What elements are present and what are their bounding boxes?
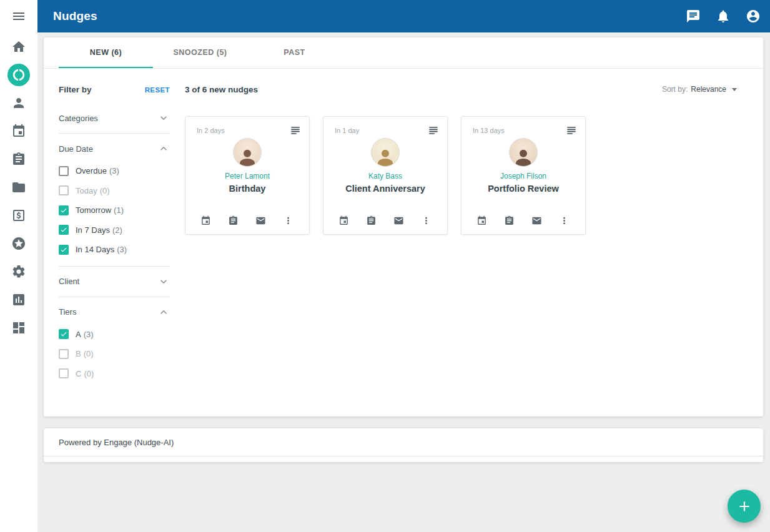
client-link[interactable]: Katy Bass (331, 172, 440, 180)
filter-option-tomorrow[interactable]: Tomorrow (1) (59, 200, 170, 220)
more-icon[interactable] (559, 215, 570, 226)
due-date-options: Overdue (3) Today (0) Tomorrow (1) (59, 161, 170, 260)
note-icon[interactable] (504, 215, 515, 226)
documents-icon[interactable] (11, 180, 26, 195)
results-summary: 3 of 6 new nudges (185, 85, 258, 94)
option-count: (3) (109, 166, 119, 175)
dashboard-icon[interactable] (11, 320, 26, 335)
nudge-cards: In 2 days Peter Lamont Birthday (185, 116, 737, 235)
checkbox-checked (59, 329, 69, 339)
more-icon[interactable] (421, 215, 432, 226)
filter-section-due-date[interactable]: Due Date (59, 139, 170, 159)
avatar (233, 138, 262, 167)
filter-option-today[interactable]: Today (0) (59, 181, 170, 201)
email-icon[interactable] (255, 215, 267, 226)
card-header: In 13 days (469, 124, 578, 137)
filter-option-overdue[interactable]: Overdue (3) (59, 161, 170, 181)
card-actions (469, 215, 578, 234)
panel-body: Filter by RESET Categories Due Date Over… (44, 69, 763, 416)
filter-option-in-14-days[interactable]: In 14 Days (3) (59, 240, 170, 260)
tab-bar: NEW (6) SNOOZED (5) PAST (44, 37, 763, 69)
results-area: 3 of 6 new nudges Sort by: Relevance In … (185, 69, 763, 416)
calendar-icon[interactable] (476, 215, 488, 226)
calendar-icon[interactable] (11, 124, 26, 139)
divider (44, 456, 763, 456)
settings-icon[interactable] (11, 264, 26, 279)
filter-section-categories[interactable]: Categories (59, 108, 170, 128)
reset-button[interactable]: RESET (145, 86, 170, 94)
nudge-card: In 1 day Katy Bass Client Anniversary (323, 116, 448, 235)
client-link[interactable]: Peter Lamont (193, 172, 302, 180)
option-count: (0) (84, 349, 94, 358)
results-header: 3 of 6 new nudges Sort by: Relevance (185, 85, 737, 94)
note-icon[interactable] (366, 215, 377, 226)
tasks-icon[interactable] (11, 152, 26, 167)
email-icon[interactable] (531, 215, 543, 226)
menu-icon[interactable] (11, 9, 26, 24)
avatar (509, 138, 538, 167)
clients-icon[interactable] (11, 96, 26, 111)
filter-option-in-7-days[interactable]: In 7 Days (2) (59, 220, 170, 240)
calendar-icon[interactable] (200, 215, 212, 226)
checkbox-checked (59, 205, 69, 215)
filter-section-label: Categories (59, 114, 98, 123)
divider (59, 266, 170, 267)
filter-section-label: Client (59, 277, 79, 286)
filter-section-label: Tiers (59, 307, 76, 317)
chevron-up-icon (157, 142, 170, 155)
sort-value: Relevance (691, 85, 726, 94)
tab-new[interactable]: NEW (6) (59, 37, 153, 68)
card-header: In 2 days (193, 124, 302, 137)
option-count: (3) (84, 330, 94, 339)
sidebar-nav (7, 39, 30, 335)
dropdown-arrow-icon (732, 88, 737, 91)
nudge-title: Birthday (193, 184, 302, 194)
option-label: Overdue (76, 166, 107, 175)
billing-icon[interactable] (11, 208, 26, 223)
account-icon[interactable] (746, 9, 761, 24)
note-icon[interactable] (228, 215, 239, 226)
calendar-icon[interactable] (338, 215, 350, 226)
option-label: In 14 Days (76, 245, 114, 254)
email-icon[interactable] (393, 215, 405, 226)
chevron-down-icon (157, 275, 170, 288)
topbar: Nudges (37, 0, 770, 32)
option-label: In 7 Days (76, 225, 110, 235)
option-label: Tomorrow (76, 205, 111, 215)
card-actions (331, 215, 440, 234)
favorites-icon[interactable] (11, 236, 26, 251)
avatar (371, 138, 400, 167)
more-icon[interactable] (283, 215, 294, 226)
card-actions (193, 215, 302, 234)
sort-dropdown[interactable]: Sort by: Relevance (662, 85, 737, 94)
filter-option-tier-c[interactable]: C (0) (59, 364, 170, 384)
option-count: (0) (84, 369, 94, 378)
nudge-card: In 2 days Peter Lamont Birthday (185, 116, 310, 235)
tab-snoozed[interactable]: SNOOZED (5) (153, 37, 247, 68)
messages-icon[interactable] (686, 9, 701, 24)
home-icon[interactable] (11, 39, 26, 54)
details-icon[interactable] (289, 124, 302, 137)
notifications-icon[interactable] (716, 9, 731, 24)
nudges-panel: NEW (6) SNOOZED (5) PAST Filter by RESET… (44, 37, 763, 416)
checkbox-checked (59, 225, 69, 235)
topbar-actions (686, 9, 761, 24)
add-nudge-button[interactable] (728, 490, 761, 523)
option-count: (2) (112, 225, 122, 235)
footer-text: Powered by Engage (Nudge-AI) (44, 438, 763, 447)
chevron-up-icon (157, 306, 170, 318)
client-link[interactable]: Joseph Filson (469, 172, 578, 180)
tab-past[interactable]: PAST (247, 37, 342, 68)
filter-section-client[interactable]: Client (59, 272, 170, 292)
checkbox (59, 349, 69, 359)
filter-option-tier-b[interactable]: B (0) (59, 344, 170, 364)
filter-section-tiers[interactable]: Tiers (59, 302, 170, 322)
details-icon[interactable] (565, 124, 578, 137)
reports-icon[interactable] (11, 292, 26, 307)
details-icon[interactable] (427, 124, 440, 137)
option-count: (0) (100, 186, 110, 195)
nudge-card: In 13 days Joseph Filson Portfolio Revie… (461, 116, 586, 235)
filter-option-tier-a[interactable]: A (3) (59, 325, 170, 345)
nudges-icon[interactable] (7, 64, 30, 86)
sort-label: Sort by: (662, 85, 688, 94)
